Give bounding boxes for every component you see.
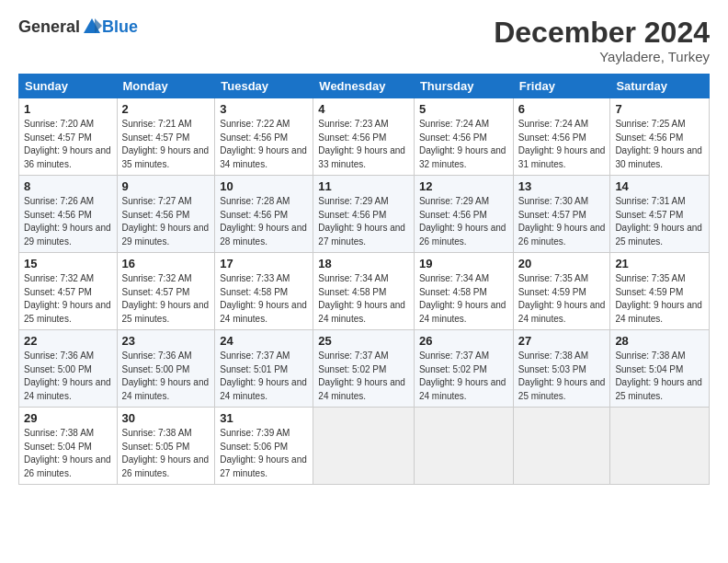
calendar-cell: 5Sunrise: 7:24 AMSunset: 4:56 PMDaylight… xyxy=(414,98,513,176)
calendar-cell: 13Sunrise: 7:30 AMSunset: 4:57 PMDayligh… xyxy=(513,176,610,253)
calendar-cell xyxy=(313,408,415,485)
calendar-cell: 14Sunrise: 7:31 AMSunset: 4:57 PMDayligh… xyxy=(610,176,710,253)
day-detail: Sunrise: 7:38 AMSunset: 5:05 PMDaylight:… xyxy=(122,428,210,478)
calendar-cell: 4Sunrise: 7:23 AMSunset: 4:56 PMDaylight… xyxy=(313,98,415,176)
day-number: 21 xyxy=(615,257,704,270)
day-detail: Sunrise: 7:38 AMSunset: 5:03 PMDaylight:… xyxy=(518,350,606,401)
day-number: 11 xyxy=(318,179,409,193)
day-detail: Sunrise: 7:28 AMSunset: 4:56 PMDaylight:… xyxy=(220,196,307,247)
calendar-cell: 8Sunrise: 7:26 AMSunset: 4:56 PMDaylight… xyxy=(19,176,118,253)
col-header-sunday: Sunday xyxy=(19,75,118,98)
header: General Blue December 2024 Yayladere, Tu… xyxy=(18,17,710,64)
col-header-wednesday: Wednesday xyxy=(313,75,415,98)
day-number: 25 xyxy=(318,334,409,348)
calendar-cell: 31Sunrise: 7:39 AMSunset: 5:06 PMDayligh… xyxy=(215,408,313,485)
day-detail: Sunrise: 7:36 AMSunset: 5:00 PMDaylight:… xyxy=(24,350,111,401)
calendar-cell: 20Sunrise: 7:35 AMSunset: 4:59 PMDayligh… xyxy=(513,253,610,330)
day-detail: Sunrise: 7:29 AMSunset: 4:56 PMDaylight:… xyxy=(318,196,405,247)
calendar-cell xyxy=(414,408,513,485)
day-number: 8 xyxy=(24,179,112,193)
day-number: 31 xyxy=(220,411,308,425)
day-detail: Sunrise: 7:32 AMSunset: 4:57 PMDaylight:… xyxy=(24,273,111,324)
calendar-cell: 24Sunrise: 7:37 AMSunset: 5:01 PMDayligh… xyxy=(215,330,313,408)
day-detail: Sunrise: 7:34 AMSunset: 4:58 PMDaylight:… xyxy=(419,273,506,324)
day-detail: Sunrise: 7:37 AMSunset: 5:02 PMDaylight:… xyxy=(318,350,405,401)
calendar-cell xyxy=(513,408,610,485)
location-subtitle: Yayladere, Turkey xyxy=(494,49,710,64)
day-number: 30 xyxy=(122,411,210,425)
calendar-cell: 10Sunrise: 7:28 AMSunset: 4:56 PMDayligh… xyxy=(215,176,313,253)
day-number: 5 xyxy=(419,102,508,116)
calendar-cell: 15Sunrise: 7:32 AMSunset: 4:57 PMDayligh… xyxy=(19,253,118,330)
day-number: 3 xyxy=(220,102,308,116)
col-header-tuesday: Tuesday xyxy=(215,75,313,98)
calendar-cell: 27Sunrise: 7:38 AMSunset: 5:03 PMDayligh… xyxy=(513,330,610,408)
day-detail: Sunrise: 7:21 AMSunset: 4:57 PMDaylight:… xyxy=(122,119,210,169)
day-number: 15 xyxy=(24,257,112,270)
day-detail: Sunrise: 7:38 AMSunset: 5:04 PMDaylight:… xyxy=(615,350,702,401)
logo-area: General Blue xyxy=(18,17,138,37)
day-detail: Sunrise: 7:31 AMSunset: 4:57 PMDaylight:… xyxy=(615,196,702,247)
day-number: 13 xyxy=(518,179,606,193)
day-number: 23 xyxy=(122,334,210,348)
day-number: 24 xyxy=(220,334,308,348)
calendar-cell: 12Sunrise: 7:29 AMSunset: 4:56 PMDayligh… xyxy=(414,176,513,253)
day-number: 19 xyxy=(419,257,508,270)
col-header-friday: Friday xyxy=(513,75,610,98)
calendar-cell: 26Sunrise: 7:37 AMSunset: 5:02 PMDayligh… xyxy=(414,330,513,408)
day-number: 18 xyxy=(318,257,409,270)
day-number: 4 xyxy=(318,102,409,116)
calendar-cell: 28Sunrise: 7:38 AMSunset: 5:04 PMDayligh… xyxy=(610,330,710,408)
day-number: 29 xyxy=(24,411,112,425)
day-number: 22 xyxy=(24,334,112,348)
logo: General Blue xyxy=(18,17,138,37)
day-number: 10 xyxy=(220,179,308,193)
calendar-cell: 30Sunrise: 7:38 AMSunset: 5:05 PMDayligh… xyxy=(117,408,215,485)
day-detail: Sunrise: 7:34 AMSunset: 4:58 PMDaylight:… xyxy=(318,273,405,324)
logo-icon xyxy=(82,17,102,37)
day-detail: Sunrise: 7:36 AMSunset: 5:00 PMDaylight:… xyxy=(122,350,210,401)
day-number: 1 xyxy=(24,102,112,116)
day-detail: Sunrise: 7:35 AMSunset: 4:59 PMDaylight:… xyxy=(518,273,606,324)
day-detail: Sunrise: 7:33 AMSunset: 4:58 PMDaylight:… xyxy=(220,273,307,324)
day-detail: Sunrise: 7:20 AMSunset: 4:57 PMDaylight:… xyxy=(24,119,111,169)
calendar-cell: 23Sunrise: 7:36 AMSunset: 5:00 PMDayligh… xyxy=(117,330,215,408)
header-row: SundayMondayTuesdayWednesdayThursdayFrid… xyxy=(19,75,710,98)
calendar-cell: 11Sunrise: 7:29 AMSunset: 4:56 PMDayligh… xyxy=(313,176,415,253)
day-number: 6 xyxy=(518,102,606,116)
day-number: 9 xyxy=(122,179,210,193)
calendar-cell: 18Sunrise: 7:34 AMSunset: 4:58 PMDayligh… xyxy=(313,253,415,330)
calendar-cell: 17Sunrise: 7:33 AMSunset: 4:58 PMDayligh… xyxy=(215,253,313,330)
calendar-cell: 22Sunrise: 7:36 AMSunset: 5:00 PMDayligh… xyxy=(19,330,118,408)
day-detail: Sunrise: 7:37 AMSunset: 5:02 PMDaylight:… xyxy=(419,350,506,401)
day-number: 20 xyxy=(518,257,606,270)
calendar-cell: 16Sunrise: 7:32 AMSunset: 4:57 PMDayligh… xyxy=(117,253,215,330)
day-detail: Sunrise: 7:24 AMSunset: 4:56 PMDaylight:… xyxy=(518,119,606,169)
calendar-cell: 7Sunrise: 7:25 AMSunset: 4:56 PMDaylight… xyxy=(610,98,710,176)
col-header-monday: Monday xyxy=(117,75,215,98)
day-number: 28 xyxy=(615,334,704,348)
calendar-cell: 3Sunrise: 7:22 AMSunset: 4:56 PMDaylight… xyxy=(215,98,313,176)
calendar-cell: 6Sunrise: 7:24 AMSunset: 4:56 PMDaylight… xyxy=(513,98,610,176)
day-number: 26 xyxy=(419,334,508,348)
col-header-thursday: Thursday xyxy=(414,75,513,98)
title-area: December 2024 Yayladere, Turkey xyxy=(494,17,710,64)
logo-blue: Blue xyxy=(102,17,138,37)
calendar-page: General Blue December 2024 Yayladere, Tu… xyxy=(0,0,728,563)
day-number: 12 xyxy=(419,179,508,193)
logo-general: General xyxy=(18,17,80,37)
day-detail: Sunrise: 7:30 AMSunset: 4:57 PMDaylight:… xyxy=(518,196,606,247)
calendar-cell: 21Sunrise: 7:35 AMSunset: 4:59 PMDayligh… xyxy=(610,253,710,330)
day-number: 14 xyxy=(615,179,704,193)
day-detail: Sunrise: 7:35 AMSunset: 4:59 PMDaylight:… xyxy=(615,273,702,324)
day-detail: Sunrise: 7:29 AMSunset: 4:56 PMDaylight:… xyxy=(419,196,506,247)
day-detail: Sunrise: 7:39 AMSunset: 5:06 PMDaylight:… xyxy=(220,428,307,478)
calendar-cell: 2Sunrise: 7:21 AMSunset: 4:57 PMDaylight… xyxy=(117,98,215,176)
col-header-saturday: Saturday xyxy=(610,75,710,98)
day-detail: Sunrise: 7:27 AMSunset: 4:56 PMDaylight:… xyxy=(122,196,210,247)
day-number: 2 xyxy=(122,102,210,116)
day-detail: Sunrise: 7:32 AMSunset: 4:57 PMDaylight:… xyxy=(122,273,210,324)
day-detail: Sunrise: 7:25 AMSunset: 4:56 PMDaylight:… xyxy=(615,119,702,169)
calendar-cell: 9Sunrise: 7:27 AMSunset: 4:56 PMDaylight… xyxy=(117,176,215,253)
month-title: December 2024 xyxy=(494,17,710,49)
